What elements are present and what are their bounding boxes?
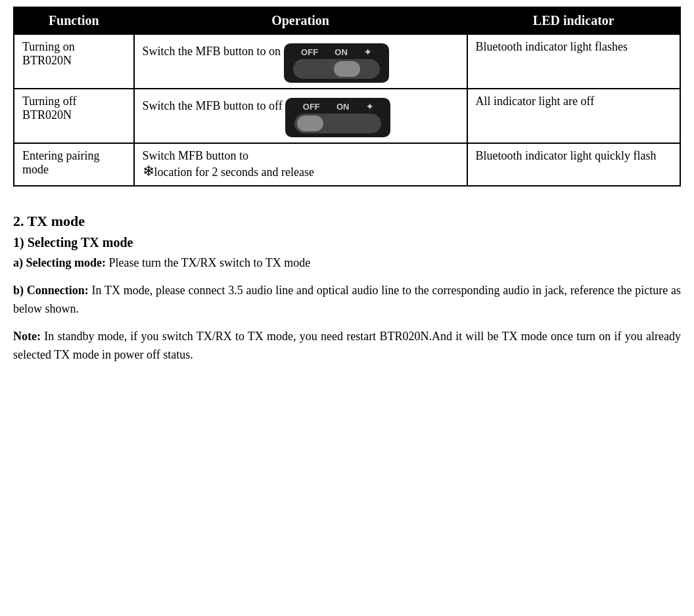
sub-heading-1: 1) Selecting TX mode	[13, 235, 681, 250]
selecting-mode-paragraph: a) Selecting mode: Please turn the TX/RX…	[13, 254, 681, 273]
operation-text-1: Switch the MFB button to on	[143, 45, 281, 58]
on-label: ON	[335, 47, 348, 57]
bt-symbol-icon: ❄	[143, 163, 154, 179]
switch-labels-off: OFF ON ✦	[294, 102, 381, 112]
switch-off-image: OFF ON ✦	[285, 98, 390, 137]
connection-text: In TX mode, please connect 3.5 audio lin…	[13, 284, 681, 315]
bt-label: ✦	[364, 47, 371, 57]
table-row-pairing: Entering pairing mode Switch MFB button …	[14, 143, 680, 186]
bt-label-2: ✦	[366, 102, 373, 112]
switch-on-image: OFF ON ✦	[284, 43, 389, 83]
operation-text-3a: Switch MFB button to	[143, 149, 249, 162]
table-row-turning-off: Turning off BTR020N Switch the MFB butto…	[14, 89, 680, 143]
table-header-function: Function	[14, 7, 134, 34]
note-label: Note:	[13, 330, 41, 343]
function-table: Function Operation LED indicator Turning…	[13, 7, 681, 187]
switch-labels-on: OFF ON ✦	[293, 47, 380, 57]
function-cell-3: Entering pairing mode	[14, 143, 134, 186]
switch-knob-on	[334, 61, 360, 77]
on-label-2: ON	[336, 102, 350, 112]
operation-cell-2: Switch the MFB button to off OFF ON ✦	[134, 89, 467, 143]
selecting-mode-text: Please turn the TX/RX switch to TX mode	[106, 256, 310, 269]
connection-label: b) Connection:	[13, 284, 89, 297]
section-2: 2. TX mode 1) Selecting TX mode a) Selec…	[13, 213, 681, 364]
switch-knob-off	[297, 116, 323, 131]
section-2-heading: 2. TX mode	[13, 213, 681, 230]
table-row-turning-on: Turning on BTR020N Switch the MFB button…	[14, 34, 680, 89]
function-cell-2: Turning off BTR020N	[14, 89, 134, 143]
connection-paragraph: b) Connection: In TX mode, please connec…	[13, 282, 681, 319]
note-paragraph: Note: In standby mode, if you switch TX/…	[13, 328, 681, 364]
off-label: OFF	[301, 47, 318, 57]
selecting-mode-label: a) Selecting mode:	[13, 256, 106, 269]
table-header-led: LED indicator	[467, 7, 680, 34]
operation-cell-3: Switch MFB button to ❄location for 2 sec…	[134, 143, 467, 186]
led-cell-1: Bluetooth indicator light flashes	[467, 34, 680, 89]
switch-body-off	[294, 114, 381, 133]
switch-body-on	[293, 59, 380, 79]
led-cell-2: All indicator light are off	[467, 89, 680, 143]
note-text: In standby mode, if you switch TX/RX to …	[13, 330, 681, 361]
operation-cell-1: Switch the MFB button to on OFF ON ✦	[134, 34, 467, 89]
operation-text-3b: location for 2 seconds and release	[154, 165, 314, 179]
led-cell-3: Bluetooth indicator light quickly flash	[467, 143, 680, 186]
operation-text-2: Switch the MFB button to off	[143, 99, 283, 112]
off-label-2: OFF	[303, 102, 320, 112]
function-cell-1: Turning on BTR020N	[14, 34, 134, 89]
table-header-operation: Operation	[134, 7, 467, 34]
